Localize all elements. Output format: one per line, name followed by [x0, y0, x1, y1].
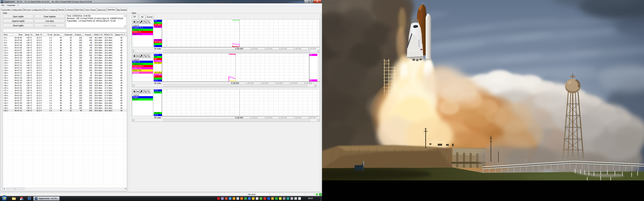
svg-text:H: H: [21, 197, 22, 199]
